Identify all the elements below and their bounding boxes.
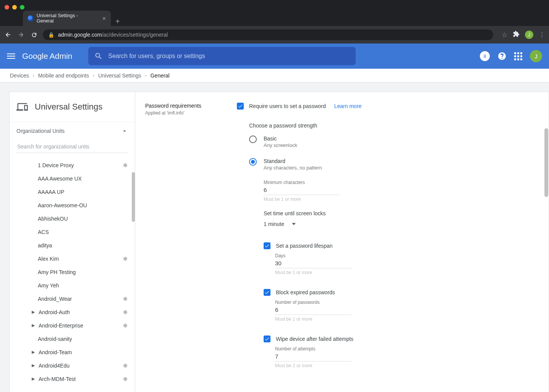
- org-unit-item[interactable]: aditya: [10, 239, 135, 252]
- help-icon[interactable]: [497, 52, 507, 61]
- screen-lock-heading: Set time until screen locks: [264, 210, 504, 216]
- org-unit-item[interactable]: Android_Wear: [10, 292, 135, 305]
- apps-grid-icon[interactable]: [514, 52, 522, 60]
- org-unit-item[interactable]: Aaron-Awesome-OU: [10, 198, 135, 212]
- min-chars-input[interactable]: [264, 185, 340, 195]
- expand-triangle-icon[interactable]: ▶: [30, 310, 36, 315]
- header-search-box[interactable]: [88, 47, 356, 65]
- block-expired-input[interactable]: [275, 305, 351, 315]
- browser-tab[interactable]: Universal Settings - General ✕: [23, 11, 111, 26]
- lifespan-helper: Must be 1 or more: [275, 270, 504, 275]
- org-unit-item[interactable]: AbhishekOU: [10, 212, 135, 225]
- org-unit-item[interactable]: AAAAA UP: [10, 185, 135, 198]
- bookmark-star-icon[interactable]: ☆: [502, 31, 507, 39]
- block-expired-checkbox[interactable]: [264, 289, 270, 296]
- org-unit-item[interactable]: ▶Android-Team: [10, 345, 135, 359]
- breadcrumb-current: General: [151, 73, 170, 79]
- expand-triangle-icon[interactable]: ▶: [30, 323, 36, 328]
- chevron-right-icon: ›: [145, 73, 147, 78]
- header-search-input[interactable]: [108, 53, 350, 60]
- lifespan-input[interactable]: [275, 258, 351, 268]
- nav-forward-button[interactable]: [17, 31, 25, 39]
- hamburger-menu-icon[interactable]: [7, 52, 15, 60]
- lifespan-checkbox[interactable]: [264, 242, 270, 249]
- nav-back-button[interactable]: [4, 31, 12, 39]
- org-unit-item[interactable]: ▶Android-Auth: [10, 305, 135, 319]
- sidebar-scrollbar[interactable]: [132, 172, 135, 222]
- new-tab-button[interactable]: +: [115, 17, 120, 26]
- nav-reload-button[interactable]: [30, 31, 38, 39]
- org-unit-search-input[interactable]: [16, 140, 128, 153]
- sidebar-section-header[interactable]: Organizational Units: [10, 122, 135, 137]
- sidebar: Universal Settings Organizational Units …: [9, 92, 135, 392]
- org-unit-item[interactable]: AAA Awesome UX: [10, 172, 135, 185]
- radio-standard-label: Standard: [264, 158, 322, 164]
- chrome-profile-avatar[interactable]: J: [525, 31, 533, 39]
- chrome-menu-icon[interactable]: ⋮: [539, 31, 545, 39]
- address-bar: 🔒 admin.google.com/ac/devices/settings/g…: [0, 26, 549, 44]
- org-unit-item[interactable]: ▶Arch-MDM-Test: [10, 372, 135, 386]
- require-password-checkbox[interactable]: [237, 103, 244, 110]
- wipe-input[interactable]: [275, 352, 351, 361]
- radio-basic-sub: Any screenlock: [264, 142, 297, 148]
- page-scrollbar[interactable]: [544, 128, 548, 197]
- account-avatar[interactable]: J: [530, 50, 542, 62]
- block-expired-helper: Must be 1 or more: [275, 316, 504, 322]
- status-dot-icon: [123, 163, 127, 167]
- expand-triangle-icon[interactable]: ▶: [30, 350, 36, 355]
- radio-basic[interactable]: [249, 136, 257, 143]
- breadcrumb-devices[interactable]: Devices: [10, 73, 29, 79]
- status-dot-icon: [123, 377, 127, 381]
- lifespan-field-label: Days: [275, 253, 504, 258]
- applied-at: Applied at 'imfl.info': [145, 110, 225, 116]
- workspace: Universal Settings Organizational Units …: [0, 82, 549, 392]
- org-unit-name: Arch-MDM-Test: [39, 376, 76, 382]
- radio-basic-label: Basic: [264, 136, 297, 142]
- learn-more-link[interactable]: Learn more: [334, 103, 362, 109]
- org-unit-item[interactable]: Android-sanity: [10, 332, 135, 345]
- org-unit-item[interactable]: Alex Kim: [10, 252, 135, 265]
- org-unit-item[interactable]: Amy Yeh: [10, 279, 135, 292]
- org-unit-list[interactable]: 1 Device ProxyAAA Awesome UXAAAAA UPAaro…: [10, 153, 135, 392]
- tab-title: Universal Settings - General: [37, 13, 95, 24]
- radio-standard[interactable]: [249, 158, 257, 166]
- wipe-field-label: Number of attempts: [275, 346, 504, 352]
- org-unit-name: 1 Device Proxy: [38, 162, 74, 168]
- min-chars-helper: Must be 1 or more: [264, 197, 504, 202]
- lock-icon: 🔒: [48, 32, 54, 38]
- org-unit-item[interactable]: Amy PH Testing: [10, 265, 135, 279]
- breadcrumb-universal[interactable]: Universal Settings: [98, 73, 141, 79]
- min-chars-label: Minimum characters: [264, 180, 504, 185]
- google-admin-logo[interactable]: Google Admin: [22, 52, 72, 61]
- org-unit-name: aditya: [38, 242, 52, 248]
- block-expired-field-label: Number of passwords: [275, 300, 504, 305]
- breadcrumb-mobile[interactable]: Mobile and endpoints: [38, 73, 89, 79]
- org-unit-item[interactable]: ACS: [10, 225, 135, 239]
- url-host: admin.google.com: [58, 32, 102, 38]
- lifespan-label: Set a password lifespan: [276, 243, 333, 249]
- org-units-label: Organizational Units: [16, 128, 65, 134]
- block-expired-label: Block expired passwords: [276, 289, 335, 295]
- search-icon: [94, 52, 103, 60]
- url-box[interactable]: 🔒 admin.google.com/ac/devices/settings/g…: [43, 29, 493, 40]
- window-close[interactable]: [5, 5, 9, 10]
- status-dot-icon: [123, 297, 127, 301]
- chevron-right-icon: ›: [93, 73, 94, 78]
- org-unit-item[interactable]: 1 Device Proxy: [10, 158, 135, 172]
- tab-close-icon[interactable]: ✕: [102, 16, 106, 21]
- org-unit-item[interactable]: ▶Android-Enterprise: [10, 319, 135, 332]
- org-unit-name: Android-Enterprise: [39, 323, 83, 329]
- expand-triangle-icon[interactable]: ▶: [30, 363, 36, 368]
- window-maximize[interactable]: [20, 5, 24, 10]
- url-path: /ac/devices/settings/general: [102, 32, 168, 38]
- wipe-checkbox[interactable]: [264, 336, 270, 342]
- expand-triangle-icon[interactable]: ▶: [30, 376, 36, 381]
- org-unit-name: AbhishekOU: [38, 216, 68, 222]
- screen-lock-select[interactable]: 1 minute: [264, 219, 504, 229]
- header-notification-badge[interactable]: 8: [480, 51, 490, 61]
- require-password-label: Require users to set a password: [249, 103, 326, 109]
- org-unit-item[interactable]: ▶Android4Edu: [10, 359, 135, 372]
- extensions-icon[interactable]: [513, 31, 520, 39]
- org-unit-name: Aaron-Awesome-OU: [38, 202, 87, 208]
- window-minimize[interactable]: [12, 5, 17, 10]
